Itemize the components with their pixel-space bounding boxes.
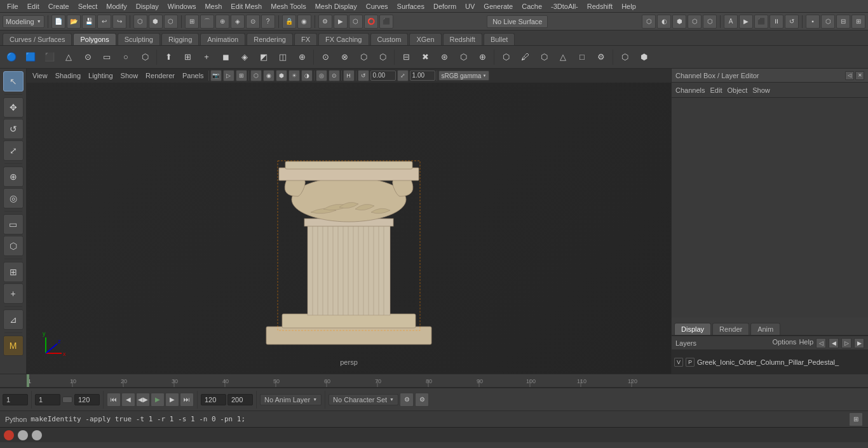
snap-settings-btn[interactable]: ? [261,15,275,29]
window-maximize-btn[interactable] [32,430,42,440]
range-start-field[interactable]: 1 [35,394,60,405]
shelf-cleanup-icon[interactable]: ⚙ [592,48,610,66]
layer-type-indicator[interactable]: P [686,358,695,367]
layout-btn2[interactable]: ⬡ [821,15,835,29]
layout-btn1[interactable]: ▪ [806,15,820,29]
channels-tab[interactable]: Channels [675,86,705,94]
tab-rendering[interactable]: Rendering [247,33,293,45]
outliner-btn[interactable]: ⬡ [703,15,717,29]
shelf-uv-layout-icon[interactable]: ⬢ [635,48,653,66]
layer-back-btn[interactable]: ◁ [816,338,826,348]
shelf-bevel-icon[interactable]: ◫ [274,48,292,66]
shelf-collapse-icon[interactable]: ⬡ [454,48,472,66]
shelf-fill-icon[interactable]: ◼ [217,48,234,66]
layers-help-tab[interactable]: Help [799,338,813,348]
layer-fwd2-btn[interactable]: ▶ [854,338,864,348]
window-minimize-btn[interactable] [18,430,28,440]
hypershade-btn[interactable]: ◐ [657,15,671,29]
vp-wireframe-icon[interactable]: ⬡ [250,70,262,81]
shelf-cone-icon[interactable]: △ [60,48,78,66]
tab-polygons[interactable]: Polygons [73,33,116,45]
shelf-separate-icon[interactable]: ⊗ [336,48,353,66]
tab-redshift[interactable]: Redshift [443,33,482,45]
show-manipulator-btn[interactable]: ⊿ [3,309,24,330]
menu-curves[interactable]: Curves [362,0,393,12]
shelf-disk-icon[interactable]: ○ [117,48,135,66]
select-by-hierarchy-btn[interactable]: ⬢ [149,15,163,29]
menu-uv[interactable]: UV [461,0,479,12]
display-tab[interactable]: Display [674,323,711,335]
anim-layer-dropdown[interactable]: No Anim Layer ▼ [260,394,322,405]
tab-bullet[interactable]: Bullet [484,33,515,45]
vp-shading-menu[interactable]: Shading [52,71,84,80]
shelf-bridge-icon[interactable]: ⊞ [179,48,196,66]
snap-to-point-btn[interactable]: ⊕ [215,15,229,29]
python-command[interactable]: makeIdentity -apply true -t 1 -r 1 -s 1 … [31,415,845,423]
live-surface-btn[interactable]: No Live Surface [487,15,548,28]
range-end-field[interactable]: 120 [74,394,100,405]
menu-edit-mesh[interactable]: Edit Mesh [226,0,266,12]
new-file-btn[interactable]: 📄 [51,15,65,29]
vp-colorspace-dropdown[interactable]: sRGB gamma [438,71,490,81]
scale-tool-btn[interactable]: ⤢ [3,140,24,161]
panel-collapse-btn[interactable]: ◁ [845,71,854,80]
menu-file[interactable]: File [3,0,23,12]
universal-manipulator-btn[interactable]: ⊕ [3,166,24,187]
menu-display[interactable]: Display [132,0,163,12]
shelf-smooth-icon[interactable]: ⬡ [497,48,515,66]
layout-btn4[interactable]: ⊞ [851,15,865,29]
node-editor-btn[interactable]: ⬡ [688,15,702,29]
select-tool-btn[interactable]: ↖ [3,71,24,92]
vp-lighting-menu[interactable]: Lighting [85,71,116,80]
rotate-tool-btn[interactable]: ↺ [3,119,24,139]
move-tool-btn[interactable]: ✥ [3,97,24,118]
select-mode-btn[interactable]: ⬡ [133,15,147,29]
shelf-weld-icon[interactable]: ⊕ [473,48,491,66]
snap-together-btn[interactable]: ⊞ [3,262,24,282]
vp-isolate-icon[interactable]: ◎ [316,70,327,81]
undo-btn[interactable]: ↩ [97,15,111,29]
menu-deform[interactable]: Deform [429,0,461,12]
render-viewport-btn[interactable]: ⬡ [349,15,363,29]
workspace-dropdown[interactable]: Modeling [3,15,44,28]
shelf-bool-icon[interactable]: ⊕ [293,48,311,66]
layers-options-tab[interactable]: Options [772,338,796,348]
tab-sculpting[interactable]: Sculpting [118,33,160,45]
vp-hud-icon[interactable]: H [343,70,355,81]
save-file-btn[interactable]: 💾 [82,15,96,29]
refresh-btn[interactable]: ↺ [785,15,799,29]
vp-render-icon[interactable]: ▷ [223,70,234,81]
snap-point-btn[interactable]: + [3,283,24,304]
shelf-connect-icon[interactable]: ⊛ [435,48,453,66]
tab-fx[interactable]: FX [294,33,317,45]
shelf-sphere-icon[interactable]: 🔵 [3,48,20,66]
open-file-btn[interactable]: 📂 [67,15,81,29]
render-settings-btn[interactable]: ⚙ [318,15,332,29]
redo-btn[interactable]: ↪ [112,15,126,29]
menu-modify[interactable]: Modify [102,0,131,12]
timeline-bar[interactable]: 1 10 20 30 40 50 60 70 80 90 100 110 120 [0,374,868,387]
render-tab[interactable]: Render [712,323,749,335]
menu-edit[interactable]: Edit [23,0,44,12]
anim-extra-btn[interactable]: ⚙ [415,393,429,407]
vp-camera-icon[interactable]: 📷 [210,70,222,81]
tab-fx-caching[interactable]: FX Caching [318,33,369,45]
step-forward-btn[interactable]: ▶ [165,393,179,407]
anim-end-field[interactable]: 200 [227,394,253,405]
edit-tab[interactable]: Edit [710,86,722,94]
tab-animation[interactable]: Animation [200,33,245,45]
object-tab[interactable]: Object [727,86,747,94]
highlight-btn[interactable]: ◉ [297,15,311,29]
layer-visibility-toggle[interactable]: V [674,358,683,367]
shelf-extrude-icon[interactable]: ⬆ [159,48,177,66]
layer-back2-btn[interactable]: ◀ [829,338,839,348]
ipr-btn[interactable]: ▶ [739,15,753,29]
vp-light-icon[interactable]: ☀ [288,70,300,81]
menu-create[interactable]: Create [44,0,74,12]
vp-scale-icon[interactable]: ⤢ [397,70,409,81]
tab-custom[interactable]: Custom [370,33,409,45]
vp-panels-menu[interactable]: Panels [179,71,207,80]
vp-xray-icon[interactable]: ⊙ [329,70,340,81]
shelf-triangulate-icon[interactable]: △ [554,48,572,66]
anim-tab[interactable]: Anim [750,323,780,335]
